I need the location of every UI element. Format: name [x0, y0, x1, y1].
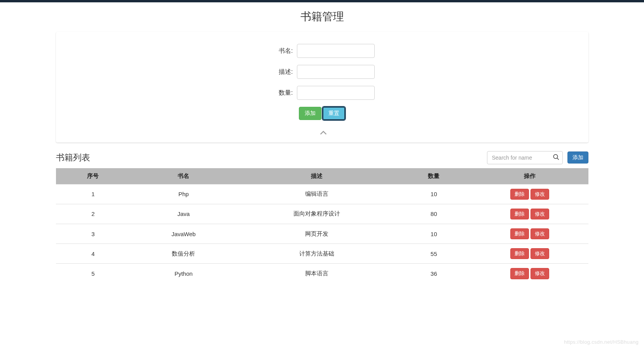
- name-input[interactable]: [297, 44, 375, 58]
- table-row: 3JavaWeb网页开发10删除修改: [56, 224, 588, 244]
- cell-desc: 计算方法基础: [237, 244, 396, 264]
- cell-qty: 80: [396, 204, 471, 224]
- add-button[interactable]: 添加: [299, 107, 321, 120]
- cell-desc: 脚本语言: [237, 264, 396, 284]
- table-row: 4数值分析计算方法基础55删除修改: [56, 244, 588, 264]
- book-form-panel: 书名: 描述: 数量: 添加 重置: [56, 32, 588, 143]
- delete-button[interactable]: 删除: [510, 248, 529, 259]
- cell-name: Java: [130, 204, 237, 224]
- edit-button[interactable]: 修改: [531, 248, 549, 259]
- cell-desc: 编辑语言: [237, 184, 396, 204]
- col-header-index: 序号: [56, 168, 131, 184]
- delete-button[interactable]: 删除: [510, 268, 529, 279]
- form-group-qty: 数量:: [206, 86, 439, 100]
- cell-actions: 删除修改: [471, 264, 588, 284]
- col-header-qty: 数量: [396, 168, 471, 184]
- cell-index: 2: [56, 204, 131, 224]
- chevron-up-icon: [319, 129, 325, 135]
- cell-actions: 删除修改: [471, 184, 588, 204]
- collapse-toggle[interactable]: [64, 125, 580, 138]
- cell-desc: 面向对象程序设计: [237, 204, 396, 224]
- cell-name: 数值分析: [130, 244, 237, 264]
- desc-input[interactable]: [297, 65, 375, 79]
- edit-button[interactable]: 修改: [531, 209, 549, 219]
- search-input[interactable]: [487, 151, 563, 164]
- svg-line-1: [557, 158, 559, 160]
- cell-qty: 10: [396, 184, 471, 204]
- desc-label: 描述:: [270, 68, 293, 76]
- col-header-actions: 操作: [471, 168, 588, 184]
- cell-qty: 36: [396, 264, 471, 284]
- cell-index: 5: [56, 264, 131, 284]
- table-row: 5Python脚本语言36删除修改: [56, 264, 588, 284]
- cell-index: 1: [56, 184, 131, 204]
- reset-button[interactable]: 重置: [323, 107, 345, 120]
- qty-label: 数量:: [270, 89, 293, 97]
- cell-index: 3: [56, 224, 131, 244]
- name-label: 书名:: [270, 47, 293, 55]
- table-row: 1Php编辑语言10删除修改: [56, 184, 588, 204]
- search-icon[interactable]: [553, 153, 560, 162]
- cell-qty: 10: [396, 224, 471, 244]
- cell-qty: 55: [396, 244, 471, 264]
- col-header-name: 书名: [130, 168, 237, 184]
- cell-name: Python: [130, 264, 237, 284]
- delete-button[interactable]: 删除: [510, 209, 529, 219]
- delete-button[interactable]: 删除: [510, 228, 529, 239]
- table-header-row: 序号 书名 描述 数量 操作: [56, 168, 588, 184]
- edit-button[interactable]: 修改: [531, 189, 549, 200]
- cell-desc: 网页开发: [237, 224, 396, 244]
- form-group-desc: 描述:: [206, 65, 439, 79]
- cell-name: JavaWeb: [130, 224, 237, 244]
- list-add-button[interactable]: 添加: [567, 151, 588, 164]
- edit-button[interactable]: 修改: [531, 228, 549, 239]
- svg-point-0: [553, 154, 558, 158]
- col-header-desc: 描述: [237, 168, 396, 184]
- cell-actions: 删除修改: [471, 244, 588, 264]
- cell-name: Php: [130, 184, 237, 204]
- qty-input[interactable]: [297, 86, 375, 100]
- page-title: 书籍管理: [56, 9, 588, 24]
- cell-index: 4: [56, 244, 131, 264]
- list-title: 书籍列表: [56, 152, 90, 164]
- book-table: 序号 书名 描述 数量 操作 1Php编辑语言10删除修改2Java面向对象程序…: [56, 168, 588, 284]
- table-row: 2Java面向对象程序设计80删除修改: [56, 204, 588, 224]
- form-group-name: 书名:: [206, 44, 439, 58]
- delete-button[interactable]: 删除: [510, 189, 529, 200]
- top-banner: [0, 0, 644, 2]
- edit-button[interactable]: 修改: [531, 268, 549, 279]
- cell-actions: 删除修改: [471, 204, 588, 224]
- cell-actions: 删除修改: [471, 224, 588, 244]
